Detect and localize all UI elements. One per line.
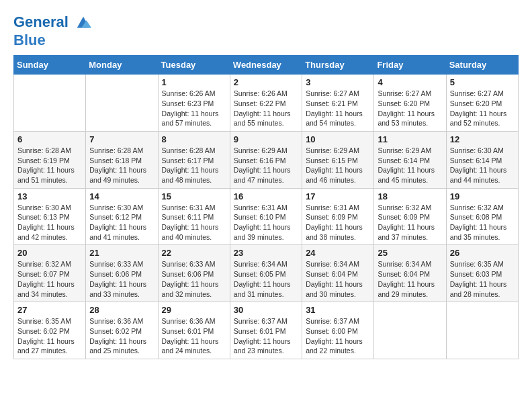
day-info: Sunrise: 6:31 AM Sunset: 6:11 PM Dayligh…: [162, 203, 226, 242]
logo-icon: [74, 13, 93, 32]
day-cell-10: 10 Sunrise: 6:29 AM Sunset: 6:15 PM Dayl…: [302, 131, 374, 188]
day-cell-12: 12 Sunrise: 6:30 AM Sunset: 6:14 PM Dayl…: [446, 131, 518, 188]
day-info: Sunrise: 6:29 AM Sunset: 6:16 PM Dayligh…: [234, 146, 298, 185]
day-cell-26: 26 Sunrise: 6:35 AM Sunset: 6:03 PM Dayl…: [446, 245, 518, 302]
day-number: 1: [162, 77, 226, 87]
day-number: 29: [162, 305, 226, 315]
day-cell-4: 4 Sunrise: 6:27 AM Sunset: 6:20 PM Dayli…: [374, 75, 446, 132]
day-cell-18: 18 Sunrise: 6:32 AM Sunset: 6:09 PM Dayl…: [374, 188, 446, 245]
day-info: Sunrise: 6:34 AM Sunset: 6:04 PM Dayligh…: [378, 259, 442, 299]
day-number: 9: [234, 134, 298, 144]
day-number: 20: [17, 248, 82, 258]
day-number: 16: [234, 191, 298, 201]
day-info: Sunrise: 6:27 AM Sunset: 6:21 PM Dayligh…: [306, 89, 370, 128]
day-number: 25: [378, 248, 442, 258]
day-cell-8: 8 Sunrise: 6:28 AM Sunset: 6:17 PM Dayli…: [158, 131, 230, 188]
day-cell-5: 5 Sunrise: 6:27 AM Sunset: 6:20 PM Dayli…: [446, 75, 518, 132]
weekday-header-sunday: Sunday: [14, 56, 86, 75]
day-cell-29: 29 Sunrise: 6:36 AM Sunset: 6:01 PM Dayl…: [158, 302, 230, 359]
day-number: 2: [234, 77, 298, 87]
logo: General Blue: [13, 13, 93, 48]
day-cell-31: 31 Sunrise: 6:37 AM Sunset: 6:00 PM Dayl…: [302, 302, 374, 359]
day-info: Sunrise: 6:32 AM Sunset: 6:09 PM Dayligh…: [378, 203, 442, 242]
empty-cell: [374, 302, 446, 359]
day-number: 21: [89, 248, 154, 258]
day-info: Sunrise: 6:32 AM Sunset: 6:07 PM Dayligh…: [17, 259, 82, 299]
day-info: Sunrise: 6:28 AM Sunset: 6:19 PM Dayligh…: [17, 146, 82, 185]
day-cell-17: 17 Sunrise: 6:31 AM Sunset: 6:09 PM Dayl…: [302, 188, 374, 245]
day-number: 24: [306, 248, 370, 258]
weekday-header-thursday: Thursday: [302, 56, 374, 75]
day-cell-6: 6 Sunrise: 6:28 AM Sunset: 6:19 PM Dayli…: [14, 131, 86, 188]
day-number: 6: [17, 134, 82, 144]
day-number: 15: [162, 191, 226, 201]
day-info: Sunrise: 6:29 AM Sunset: 6:15 PM Dayligh…: [306, 146, 370, 185]
day-cell-19: 19 Sunrise: 6:32 AM Sunset: 6:08 PM Dayl…: [446, 188, 518, 245]
day-cell-21: 21 Sunrise: 6:33 AM Sunset: 6:06 PM Dayl…: [86, 245, 158, 302]
day-number: 11: [378, 134, 442, 144]
day-cell-27: 27 Sunrise: 6:35 AM Sunset: 6:02 PM Dayl…: [14, 302, 86, 359]
day-cell-14: 14 Sunrise: 6:30 AM Sunset: 6:12 PM Dayl…: [86, 188, 158, 245]
empty-cell: [86, 75, 158, 132]
day-info: Sunrise: 6:33 AM Sunset: 6:06 PM Dayligh…: [89, 259, 154, 299]
weekday-header-saturday: Saturday: [446, 56, 518, 75]
day-info: Sunrise: 6:27 AM Sunset: 6:20 PM Dayligh…: [378, 89, 442, 128]
day-number: 14: [89, 191, 154, 201]
day-number: 18: [378, 191, 442, 201]
day-number: 31: [306, 305, 370, 315]
day-info: Sunrise: 6:37 AM Sunset: 6:00 PM Dayligh…: [306, 316, 370, 356]
day-cell-7: 7 Sunrise: 6:28 AM Sunset: 6:18 PM Dayli…: [86, 131, 158, 188]
day-number: 27: [17, 305, 82, 315]
weekday-header-friday: Friday: [374, 56, 446, 75]
day-number: 10: [306, 134, 370, 144]
day-info: Sunrise: 6:31 AM Sunset: 6:10 PM Dayligh…: [234, 203, 298, 242]
day-info: Sunrise: 6:27 AM Sunset: 6:20 PM Dayligh…: [450, 89, 515, 128]
day-cell-2: 2 Sunrise: 6:26 AM Sunset: 6:22 PM Dayli…: [230, 75, 302, 132]
day-number: 4: [378, 77, 442, 87]
day-info: Sunrise: 6:30 AM Sunset: 6:13 PM Dayligh…: [17, 203, 82, 242]
day-number: 8: [162, 134, 226, 144]
day-number: 13: [17, 191, 82, 201]
day-cell-16: 16 Sunrise: 6:31 AM Sunset: 6:10 PM Dayl…: [230, 188, 302, 245]
day-number: 26: [450, 248, 515, 258]
day-number: 22: [162, 248, 226, 258]
day-info: Sunrise: 6:35 AM Sunset: 6:03 PM Dayligh…: [450, 259, 515, 299]
day-cell-11: 11 Sunrise: 6:29 AM Sunset: 6:14 PM Dayl…: [374, 131, 446, 188]
day-number: 23: [234, 248, 298, 258]
day-cell-3: 3 Sunrise: 6:27 AM Sunset: 6:21 PM Dayli…: [302, 75, 374, 132]
day-info: Sunrise: 6:36 AM Sunset: 6:02 PM Dayligh…: [89, 316, 154, 356]
day-info: Sunrise: 6:37 AM Sunset: 6:01 PM Dayligh…: [234, 316, 298, 356]
day-cell-9: 9 Sunrise: 6:29 AM Sunset: 6:16 PM Dayli…: [230, 131, 302, 188]
day-number: 17: [306, 191, 370, 201]
logo-general: General: [13, 13, 69, 30]
day-cell-24: 24 Sunrise: 6:34 AM Sunset: 6:04 PM Dayl…: [302, 245, 374, 302]
day-info: Sunrise: 6:34 AM Sunset: 6:05 PM Dayligh…: [234, 259, 298, 299]
day-info: Sunrise: 6:34 AM Sunset: 6:04 PM Dayligh…: [306, 259, 370, 299]
day-info: Sunrise: 6:31 AM Sunset: 6:09 PM Dayligh…: [306, 203, 370, 242]
day-number: 19: [450, 191, 515, 201]
day-number: 7: [89, 134, 154, 144]
day-info: Sunrise: 6:33 AM Sunset: 6:06 PM Dayligh…: [162, 259, 226, 299]
day-info: Sunrise: 6:30 AM Sunset: 6:12 PM Dayligh…: [89, 203, 154, 242]
empty-cell: [14, 75, 86, 132]
day-cell-25: 25 Sunrise: 6:34 AM Sunset: 6:04 PM Dayl…: [374, 245, 446, 302]
weekday-header-wednesday: Wednesday: [230, 56, 302, 75]
day-info: Sunrise: 6:36 AM Sunset: 6:01 PM Dayligh…: [162, 316, 226, 356]
logo-blue: Blue: [13, 32, 46, 48]
day-info: Sunrise: 6:35 AM Sunset: 6:02 PM Dayligh…: [17, 316, 82, 356]
day-info: Sunrise: 6:30 AM Sunset: 6:14 PM Dayligh…: [450, 146, 515, 185]
weekday-header-monday: Monday: [86, 56, 158, 75]
day-info: Sunrise: 6:28 AM Sunset: 6:18 PM Dayligh…: [89, 146, 154, 185]
day-info: Sunrise: 6:32 AM Sunset: 6:08 PM Dayligh…: [450, 203, 515, 242]
day-cell-13: 13 Sunrise: 6:30 AM Sunset: 6:13 PM Dayl…: [14, 188, 86, 245]
day-number: 3: [306, 77, 370, 87]
weekday-header-tuesday: Tuesday: [158, 56, 230, 75]
day-cell-22: 22 Sunrise: 6:33 AM Sunset: 6:06 PM Dayl…: [158, 245, 230, 302]
day-info: Sunrise: 6:28 AM Sunset: 6:17 PM Dayligh…: [162, 146, 226, 185]
calendar-table: SundayMondayTuesdayWednesdayThursdayFrid…: [13, 55, 519, 359]
page-header: General Blue: [13, 13, 519, 48]
day-number: 28: [89, 305, 154, 315]
day-info: Sunrise: 6:29 AM Sunset: 6:14 PM Dayligh…: [378, 146, 442, 185]
day-cell-15: 15 Sunrise: 6:31 AM Sunset: 6:11 PM Dayl…: [158, 188, 230, 245]
day-cell-20: 20 Sunrise: 6:32 AM Sunset: 6:07 PM Dayl…: [14, 245, 86, 302]
